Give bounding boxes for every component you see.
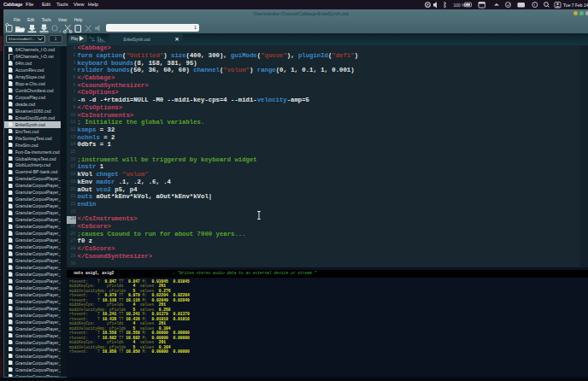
svg-text:100 %: 100 % <box>454 3 467 8</box>
svg-text:Tue 7 Feb 14:4: Tue 7 Feb 14:4 <box>563 3 588 8</box>
svg-text:i: i <box>534 3 535 7</box>
